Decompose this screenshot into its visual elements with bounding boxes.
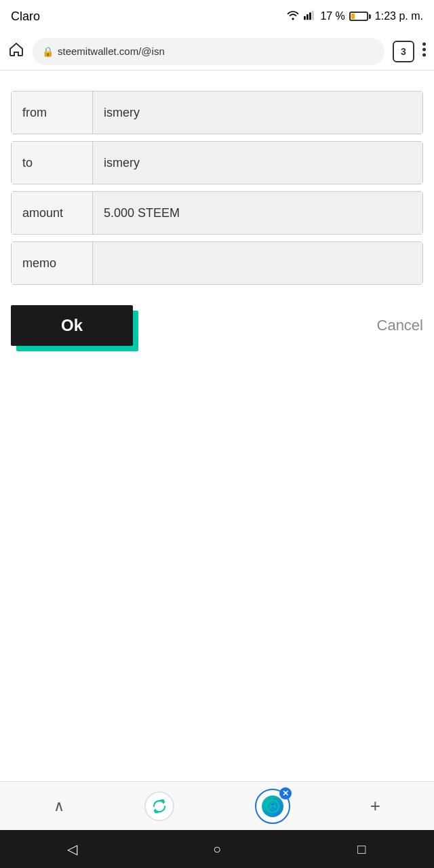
battery-icon (349, 12, 371, 21)
svg-point-8 (271, 803, 274, 806)
new-tab-button[interactable]: + (370, 795, 380, 816)
time-display: 1:23 p. m. (375, 10, 423, 22)
android-back-button[interactable]: ◁ (56, 832, 90, 866)
status-right: 17 % 1:23 p. m. (286, 9, 423, 23)
carrier-label: Claro (11, 9, 40, 24)
browser-bar: 🔒 steemitwallet.com/@isn 3 (0, 33, 434, 71)
svg-rect-2 (309, 12, 311, 20)
to-label: to (12, 142, 93, 184)
signal-icon (304, 9, 316, 23)
page-content: from ismery to ismery amount 5.000 STEEM… (0, 71, 434, 781)
android-recents-button[interactable]: □ (344, 832, 378, 866)
nav-refresh-button[interactable] (144, 791, 174, 821)
memo-label: memo (12, 242, 93, 284)
status-bar: Claro 17 % 1:23 p. m. (0, 0, 434, 33)
address-text: steemitwallet.com/@isn (58, 45, 165, 57)
from-label: from (12, 92, 93, 134)
tab-count-button[interactable]: 3 (393, 41, 414, 62)
amount-value: 5.000 STEEM (93, 192, 422, 234)
nav-up-button[interactable]: ∧ (54, 797, 64, 815)
nav-active-tab[interactable]: ✕ (255, 789, 290, 824)
ok-button[interactable]: Ok (11, 305, 133, 346)
svg-rect-1 (307, 14, 309, 20)
action-buttons: Ok Cancel (11, 305, 423, 346)
svg-point-5 (422, 47, 426, 51)
amount-label: amount (12, 192, 93, 234)
from-value: ismery (93, 92, 422, 134)
tab-close-badge[interactable]: ✕ (279, 787, 292, 800)
to-value: ismery (93, 142, 422, 184)
steem-tab-icon (262, 795, 283, 817)
svg-rect-0 (304, 16, 306, 20)
memo-field[interactable]: memo (11, 241, 423, 285)
browser-menu-button[interactable] (422, 42, 426, 61)
to-field: to ismery (11, 141, 423, 184)
wifi-icon (286, 9, 300, 23)
android-home-button[interactable]: ○ (200, 832, 234, 866)
address-bar[interactable]: 🔒 steemitwallet.com/@isn (33, 38, 384, 65)
from-field: from ismery (11, 91, 423, 134)
android-nav: ◁ ○ □ (0, 830, 434, 868)
cancel-button[interactable]: Cancel (377, 317, 423, 334)
svg-point-7 (266, 800, 278, 812)
svg-point-6 (422, 53, 426, 56)
svg-rect-3 (313, 11, 315, 20)
amount-field: amount 5.000 STEEM (11, 191, 423, 235)
battery-percent: 17 % (320, 10, 344, 22)
browser-nav: ∧ ✕ + (0, 781, 434, 830)
home-button[interactable] (8, 41, 24, 62)
ok-button-wrapper: Ok (11, 305, 133, 346)
svg-point-4 (422, 42, 426, 45)
lock-icon: 🔒 (42, 46, 54, 57)
memo-value[interactable] (93, 242, 422, 284)
